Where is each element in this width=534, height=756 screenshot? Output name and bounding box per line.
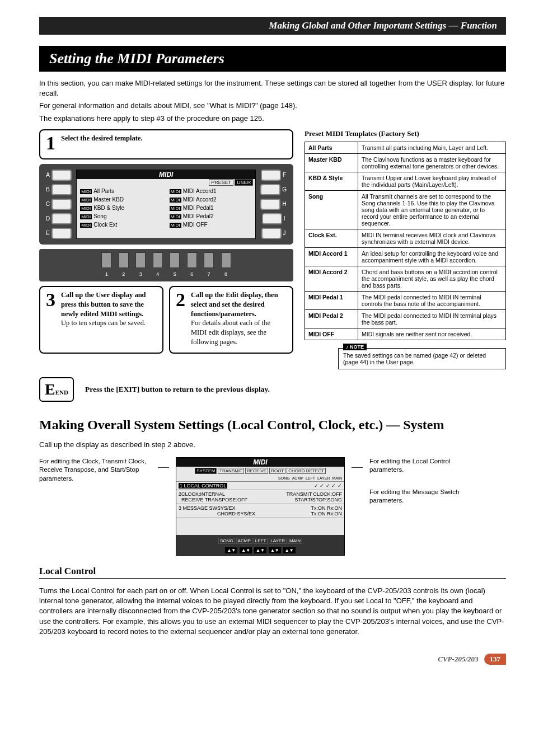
prefix: MIDI	[170, 198, 181, 203]
transmit-clock[interactable]: TRANSMIT CLOCK:OFF	[286, 491, 342, 497]
preset-name: KBD & Style	[305, 172, 358, 190]
prefix: MIDI	[80, 214, 92, 219]
panel-button-c[interactable]	[51, 199, 72, 210]
knob-3[interactable]	[135, 252, 146, 268]
note-text: The saved settings can be named (page 42…	[343, 352, 486, 365]
item-clock-ext[interactable]: Clock Ext	[93, 222, 117, 228]
sys-tab-system[interactable]: SYSTEM	[195, 468, 217, 474]
sys-tab-receive[interactable]: RECEIVE	[245, 468, 268, 474]
panel-button-i[interactable]	[262, 213, 282, 224]
page-number: 137	[484, 654, 507, 665]
preset-desc: MIDI signals are neither sent nor receiv…	[358, 328, 506, 340]
foot-main[interactable]: MAIN	[288, 538, 302, 544]
start-stop[interactable]: START/STOP:SONG	[294, 497, 342, 503]
arrow-1[interactable]: ▲▼	[225, 547, 237, 553]
foot-song[interactable]: SONG	[218, 538, 235, 544]
item-master-kbd[interactable]: Master KBD	[93, 196, 124, 203]
system-left-callout: For editing the Clock, Transmit Clock, R…	[39, 457, 151, 483]
foot-left[interactable]: LEFT	[254, 538, 268, 544]
lcd-panel: A B C D E MIDI PRESETUSER MIDIAll Parts …	[39, 164, 293, 245]
step-3-plain: Up to ten setups can be saved.	[61, 319, 146, 327]
item-song[interactable]: Song	[93, 213, 106, 219]
btn-label-j: J	[283, 230, 286, 236]
knob-6[interactable]	[187, 252, 197, 268]
panel-button-j[interactable]	[261, 228, 282, 239]
note-label: NOTE	[343, 344, 367, 350]
item-pedal1[interactable]: MIDI Pedal1	[183, 205, 214, 211]
item-midi-off[interactable]: MIDI OFF	[183, 222, 208, 228]
prefix: MIDI	[170, 214, 181, 219]
panel-button-a[interactable]	[51, 170, 72, 181]
arrow-5[interactable]: ▲▼	[283, 547, 296, 553]
system-screen: MIDI SYSTEM TRANSMIT RECEIVE ROOT CHORD …	[176, 457, 345, 556]
sys-tab-transmit[interactable]: TRANSMIT	[218, 468, 244, 474]
panel-button-f[interactable]	[261, 170, 281, 181]
table-row: KBD & StyleTransmit Upper and Lower keyb…	[305, 172, 506, 190]
intro-line-2: For general information and details abou…	[39, 101, 506, 111]
panel-button-h[interactable]	[260, 199, 280, 210]
tab-user[interactable]: USER	[235, 179, 253, 186]
knob-1[interactable]	[101, 252, 111, 268]
row-local-control[interactable]: 1 LOCAL CONTROL	[179, 483, 227, 489]
btn-label-d: D	[46, 215, 50, 222]
sysex: SYS/EX	[217, 505, 236, 511]
preset-name: Clock Ext.	[305, 229, 358, 247]
connector-line	[352, 467, 363, 468]
table-row: SongAll Transmit channels are set to cor…	[305, 190, 506, 229]
preset-name: All Parts	[305, 142, 358, 153]
table-row: MIDI Pedal 1The MIDI pedal connected to …	[305, 291, 506, 309]
btn-label-g: G	[282, 186, 287, 192]
knob-5[interactable]	[170, 252, 180, 268]
local-control-body: Turns the Local Control for each part on…	[39, 586, 506, 637]
panel-button-e[interactable]	[51, 228, 72, 239]
chord-sysex: CHORD SYS/EX	[217, 511, 255, 516]
tab-preset[interactable]: PRESET	[209, 179, 233, 186]
knob-num-6: 6	[185, 271, 199, 277]
table-row: MIDI OFFMIDI signals are neither sent no…	[305, 328, 506, 340]
knob-num-3: 3	[133, 271, 148, 277]
row-message-sw[interactable]: 3 MESSAGE SW	[179, 505, 217, 516]
item-all-parts[interactable]: All Parts	[93, 188, 114, 194]
foot-acmp[interactable]: ACMP	[236, 538, 252, 544]
panel-button-g[interactable]	[260, 184, 280, 195]
foot-layer[interactable]: LAYER	[269, 538, 287, 544]
prefix: MIDI	[80, 189, 92, 194]
panel-button-d[interactable]	[51, 213, 72, 224]
sysex-txrx: Tx:ON Rx:ON	[311, 505, 343, 511]
knob-7[interactable]	[204, 252, 214, 268]
arrow-2[interactable]: ▲▼	[240, 547, 252, 553]
preset-desc: Transmit Upper and Lower keyboard play i…	[358, 172, 506, 190]
table-row: Master KBDThe Clavinova functions as a m…	[305, 153, 506, 172]
lcd-screen: MIDI PRESETUSER MIDIAll Parts MIDIMaster…	[76, 170, 256, 239]
panel-button-b[interactable]	[51, 184, 72, 195]
clock-internal[interactable]: CLOCK:INTERNAL	[181, 491, 225, 497]
sys-title: MIDI	[176, 458, 344, 467]
prefix: MIDI	[80, 206, 92, 211]
item-kbd-style[interactable]: KBD & Style	[93, 205, 124, 211]
step-3-box: 3 Call up the User display and press thi…	[39, 286, 163, 354]
knob-2[interactable]	[119, 252, 129, 268]
intro-line-3: The explanations here apply to step #3 o…	[39, 114, 506, 124]
hdr-left: LEFT	[306, 476, 315, 480]
preset-desc: The MIDI pedal connected to MIDI IN term…	[358, 309, 506, 328]
item-pedal2[interactable]: MIDI Pedal2	[183, 213, 214, 219]
sys-tab-chord[interactable]: CHORD DETECT	[287, 468, 326, 474]
btn-label-h: H	[282, 201, 286, 207]
page-header: Making Global and Other Important Settin…	[39, 17, 506, 35]
arrow-3[interactable]: ▲▼	[254, 547, 266, 553]
prefix: MIDI	[170, 223, 181, 228]
knob-4[interactable]	[153, 252, 163, 268]
hdr-main: MAIN	[332, 476, 343, 480]
section-title: Setting the MIDI Parameters	[39, 46, 506, 72]
preset-table: All PartsTransmit all parts including Ma…	[305, 142, 506, 340]
knob-8[interactable]	[221, 252, 231, 268]
btn-label-e: E	[46, 230, 50, 236]
prefix: MIDI	[80, 223, 92, 228]
receive-transpose[interactable]: RECEIVE TRANSPOSE:OFF	[181, 497, 247, 503]
item-accord2[interactable]: MIDI Accord2	[183, 196, 217, 203]
sys-tab-root[interactable]: ROOT	[269, 468, 285, 474]
arrow-4[interactable]: ▲▼	[269, 547, 281, 553]
table-row: Clock Ext.MIDI IN terminal receives MIDI…	[305, 229, 506, 247]
step-1-number: 1	[46, 134, 55, 153]
item-accord1[interactable]: MIDI Accord1	[183, 188, 217, 194]
